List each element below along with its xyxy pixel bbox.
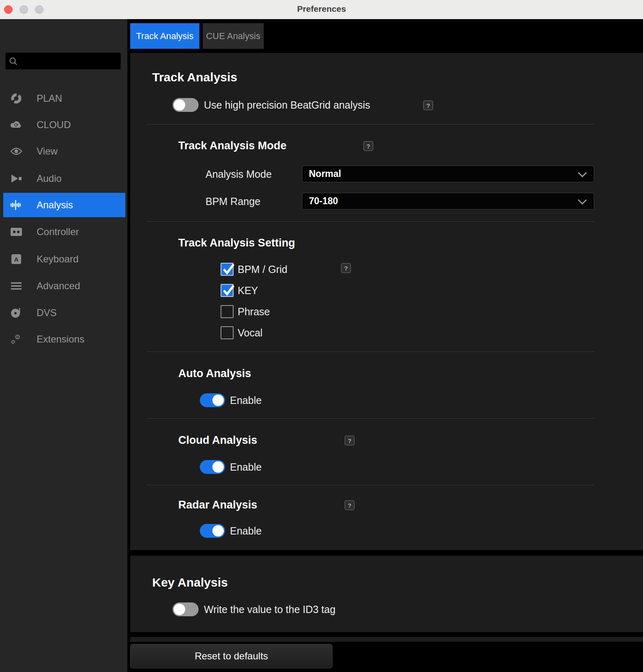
sidebar-item-label: View	[37, 146, 58, 157]
sidebar: PLAN ⟳ CLOUD View	[0, 19, 127, 672]
key-analysis-title: Key Analysis	[152, 575, 228, 590]
svg-text:⚙: ⚙	[11, 339, 15, 345]
sidebar-item-extensions[interactable]: ⚙ ⚙ Extensions	[0, 327, 127, 351]
key-label: KEY	[238, 284, 258, 297]
sidebar-item-analysis[interactable]: Analysis	[3, 193, 125, 217]
sidebar-item-audio[interactable]: Audio	[0, 166, 127, 191]
toggle-knob	[212, 461, 224, 473]
help-icon[interactable]: ?	[423, 100, 433, 110]
keyboard-icon: A	[10, 253, 22, 265]
key-analysis-panel	[130, 556, 643, 632]
sidebar-item-advanced[interactable]: Advanced	[0, 274, 127, 298]
divider	[147, 124, 594, 124]
phrase-checkbox[interactable]	[221, 305, 234, 318]
bpm-grid-checkbox[interactable]	[221, 263, 234, 276]
vocal-checkbox[interactable]	[221, 326, 234, 339]
window-title: Preferences	[0, 4, 643, 14]
svg-text:A: A	[14, 256, 19, 263]
section-heading-setting: Track Analysis Setting	[178, 236, 295, 250]
divider	[147, 221, 594, 222]
chevron-down-icon	[577, 172, 587, 177]
sidebar-item-label: Advanced	[37, 280, 80, 292]
help-icon[interactable]: ?	[341, 263, 351, 273]
speaker-icon	[10, 172, 22, 185]
sidebar-item-view[interactable]: View	[0, 139, 127, 164]
reset-button-label: Reset to defaults	[195, 650, 268, 662]
chevron-down-icon	[577, 199, 587, 205]
menu-lines-icon	[10, 280, 22, 292]
svg-text:⚙: ⚙	[15, 334, 20, 341]
id3-tag-toggle[interactable]	[173, 602, 199, 616]
vinyl-icon	[10, 307, 22, 319]
toggle-knob	[212, 395, 224, 406]
reset-to-defaults-button[interactable]: Reset to defaults	[130, 644, 332, 668]
bpm-range-label: BPM Range	[206, 195, 260, 207]
preferences-window: Preferences PLAN ⟳ CLOUD	[0, 0, 643, 672]
analysis-mode-dropdown[interactable]: Normal	[302, 166, 594, 182]
sidebar-item-label: DVS	[37, 307, 57, 319]
section-heading-radar: Radar Analysis	[178, 498, 257, 512]
cloud-analysis-toggle[interactable]	[200, 460, 225, 474]
toggle-knob	[212, 525, 224, 537]
page-title: Track Analysis	[152, 70, 237, 85]
cloud-sync-icon: ⟳	[10, 119, 22, 131]
toggle-knob	[174, 604, 185, 615]
track-analysis-panel	[130, 53, 643, 550]
bpm-grid-label: BPM / Grid	[238, 263, 287, 275]
id3-tag-toggle-label: Write the value to the ID3 tag	[204, 603, 335, 615]
divider	[147, 351, 594, 352]
auto-enable-label: Enable	[230, 394, 262, 406]
sidebar-item-label: CLOUD	[37, 119, 71, 131]
sidebar-item-label: Extensions	[37, 334, 84, 345]
radar-enable-label: Enable	[230, 525, 262, 537]
title-bar: Preferences	[0, 0, 643, 19]
sidebar-item-dvs[interactable]: DVS	[0, 301, 127, 325]
disc-icon	[10, 92, 22, 105]
sidebar-item-label: Audio	[37, 173, 61, 184]
controller-icon	[10, 226, 22, 238]
phrase-label: Phrase	[238, 305, 270, 318]
sidebar-item-keyboard[interactable]: A Keyboard	[0, 247, 127, 271]
sidebar-item-label: Controller	[37, 226, 79, 238]
cloud-enable-label: Enable	[230, 461, 262, 473]
dropdown-value: 70-180	[302, 196, 338, 207]
divider	[147, 418, 594, 419]
tab-label: Track Analysis	[136, 31, 193, 41]
sidebar-item-label: PLAN	[37, 93, 62, 104]
bpm-range-dropdown[interactable]: 70-180	[302, 193, 594, 209]
divider	[147, 485, 594, 485]
tab-cue-analysis[interactable]: CUE Analysis	[203, 23, 264, 49]
check-icon	[221, 262, 236, 276]
help-icon[interactable]: ?	[363, 141, 373, 151]
beatgrid-toggle[interactable]	[173, 98, 199, 112]
tab-label: CUE Analysis	[206, 31, 260, 41]
section-heading-mode: Track Analysis Mode	[178, 139, 287, 153]
sidebar-item-plan[interactable]: PLAN	[0, 86, 127, 111]
auto-analysis-toggle[interactable]	[200, 393, 225, 407]
beatgrid-toggle-label: Use high precision BeatGrid analysis	[204, 99, 370, 111]
section-heading-auto: Auto Analysis	[178, 367, 251, 380]
tab-track-analysis[interactable]: Track Analysis	[130, 23, 199, 49]
sidebar-item-label: Keyboard	[37, 253, 79, 265]
vocal-label: Vocal	[238, 327, 262, 339]
eye-icon	[10, 145, 22, 157]
waveform-icon	[10, 199, 22, 211]
dropdown-value: Normal	[302, 168, 341, 179]
next-section-sliver	[130, 637, 643, 642]
help-icon[interactable]: ?	[345, 436, 354, 445]
check-icon	[221, 283, 236, 297]
sidebar-item-cloud[interactable]: ⟳ CLOUD	[0, 113, 127, 137]
radar-analysis-toggle[interactable]	[200, 524, 225, 538]
search-input[interactable]	[5, 52, 121, 70]
key-checkbox[interactable]	[221, 284, 234, 297]
analysis-mode-label: Analysis Mode	[206, 168, 272, 180]
sidebar-item-label: Analysis	[37, 199, 73, 211]
toggle-knob	[174, 99, 185, 111]
gears-icon: ⚙ ⚙	[10, 333, 22, 345]
search-icon	[9, 57, 18, 66]
help-icon[interactable]: ?	[345, 500, 354, 510]
svg-text:⟳: ⟳	[14, 122, 19, 128]
section-heading-cloud: Cloud Analysis	[178, 433, 257, 447]
sidebar-item-controller[interactable]: Controller	[0, 220, 127, 244]
